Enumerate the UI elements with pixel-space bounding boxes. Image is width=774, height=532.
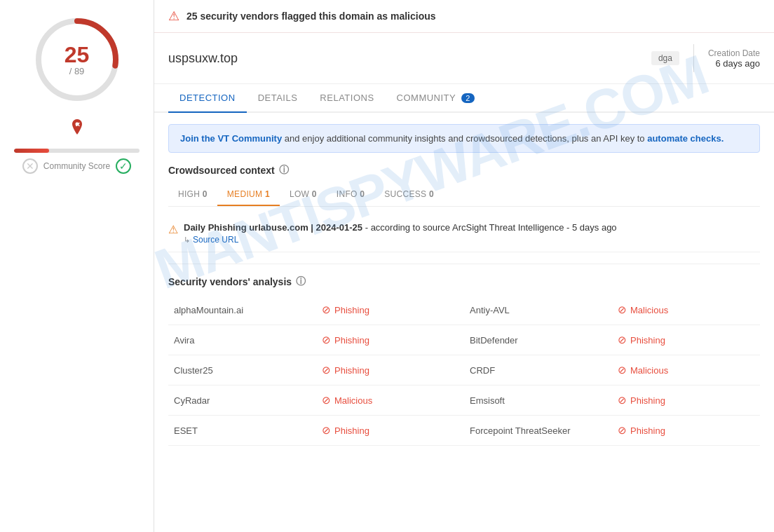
vendor-name-left-3: CyRadar [168,386,316,416]
verdict-icon-left-4: ⊘ Phishing [322,424,459,437]
sev-tab-info[interactable]: INFO 0 [327,184,374,206]
crowdsourced-info-icon[interactable]: ⓘ [279,164,289,177]
score-total: / 89 [64,66,90,76]
domain-name: uspsuxw.top [168,51,637,66]
severity-tabs: HIGH 0 MEDIUM 1 LOW 0 INFO 0 SUCCESS 0 [168,184,760,207]
creation-date-block: Creation Date 6 days ago [708,48,760,69]
vendor-row-4: ESET ⊘ Phishing Forcepoint ThreatSeeker … [168,416,760,446]
vendor-name-right-4: Forcepoint ThreatSeeker [464,416,612,446]
vt-banner-middle: and enjoy additional community insights … [282,133,647,144]
domain-divider [693,44,694,72]
verdict-icon-right-3: ⊘ Phishing [618,394,754,407]
section-divider [168,264,760,264]
tab-relations[interactable]: RELATIONS [308,84,385,113]
community-score-positive-icon: ✓ [116,158,131,174]
tab-detection[interactable]: DETECTION [168,84,247,113]
vendor-name-left-4: ESET [168,416,316,446]
verdict-left-4: ⊘ Phishing [316,416,464,446]
vendor-name-right-3: Emsisoft [464,386,612,416]
vendor-row-1: Avira ⊘ Phishing BitDefender ⊘ Phishing [168,325,760,355]
left-panel: 25 / 89 ✕ ✕ Community Score ✓ [0,0,154,532]
domain-info: uspsuxw.top dga Creation Date 6 days ago [154,33,774,84]
vt-community-banner: Join the VT Community and enjoy addition… [168,124,760,153]
verdict-icon-left-3: ⊘ Malicious [322,394,459,407]
sev-tab-high[interactable]: HIGH 0 [168,184,217,206]
alert-warn-icon: ⚠ [168,223,178,236]
community-score-label: Community Score [43,161,110,171]
verdict-right-4: ⊘ Phishing [612,416,760,446]
alert-sub-text: ↳ Source URL [184,235,617,245]
community-score-row: ✕ Community Score ✓ [22,158,131,174]
score-number: 25 [64,43,90,66]
verdict-left-0: ⊘ Phishing [316,295,464,325]
vendor-name-left-0: alphaMountain.ai [168,295,316,325]
vt-community-link[interactable]: Join the VT Community [180,133,282,144]
vendors-table: alphaMountain.ai ⊘ Phishing Antiy-AVL ⊘ … [168,295,760,446]
vendors-info-icon[interactable]: ⓘ [296,275,306,288]
crowdsourced-alert-entry: ⚠ Daily Phishing urlabuse.com | 2024-01-… [168,215,760,252]
vendor-name-right-1: BitDefender [464,325,612,355]
automate-checks-link[interactable]: automate checks. [647,133,724,144]
verdict-left-2: ⊘ Phishing [316,355,464,386]
score-text: 25 / 89 [64,43,90,76]
progress-bar-fill [14,149,49,153]
score-circle: 25 / 89 [32,14,123,105]
tab-details[interactable]: DETAILS [247,84,309,113]
sev-tab-medium[interactable]: MEDIUM 1 [217,184,280,206]
verdict-icon-right-1: ⊘ Phishing [618,334,754,346]
verdict-icon-left-1: ⊘ Phishing [322,334,459,346]
tabs-container: DETECTION DETAILS RELATIONS COMMUNITY 2 [154,84,774,113]
verdict-right-0: ⊘ Malicious [612,295,760,325]
tab-community-badge: 2 [461,93,475,103]
svg-text:✕: ✕ [75,121,81,128]
verdict-left-3: ⊘ Malicious [316,386,464,416]
domain-tag: dga [651,51,679,65]
verdict-icon-right-2: ⊘ Malicious [618,364,754,376]
verdict-right-1: ⊘ Phishing [612,325,760,355]
vendor-name-left-2: Cluster25 [168,355,316,386]
source-url-link[interactable]: Source URL [193,235,238,245]
alert-main-text: Daily Phishing urlabuse.com | 2024-01-25… [184,222,617,233]
vendor-row-2: Cluster25 ⊘ Phishing CRDF ⊘ Malicious [168,355,760,386]
alert-entry-content: Daily Phishing urlabuse.com | 2024-01-25… [184,222,617,245]
verdict-icon-left-0: ⊘ Phishing [322,303,459,316]
score-pin: ✕ [69,118,86,139]
crowdsourced-section-title: Crowdsourced context ⓘ [168,164,760,177]
verdict-right-3: ⊘ Phishing [612,386,760,416]
alert-banner: ⚠ 25 security vendors flagged this domai… [154,0,774,33]
progress-bar [14,149,140,153]
verdict-icon-right-0: ⊘ Malicious [618,303,754,316]
sev-tab-low[interactable]: LOW 0 [280,184,327,206]
verdict-icon-left-2: ⊘ Phishing [322,364,459,376]
vendor-name-right-0: Antiy-AVL [464,295,612,325]
verdict-left-1: ⊘ Phishing [316,325,464,355]
tab-community[interactable]: COMMUNITY 2 [386,84,486,113]
vendor-row-3: CyRadar ⊘ Malicious Emsisoft ⊘ Phishing [168,386,760,416]
vendor-row-0: alphaMountain.ai ⊘ Phishing Antiy-AVL ⊘ … [168,295,760,325]
vendor-name-right-2: CRDF [464,355,612,386]
right-panel: ⚠ 25 security vendors flagged this domai… [154,0,774,532]
content-area: Join the VT Community and enjoy addition… [154,113,774,532]
alert-text: 25 security vendors flagged this domain … [186,11,436,22]
pin-icon: ✕ [69,118,86,139]
verdict-icon-right-4: ⊘ Phishing [618,424,754,437]
arrow-icon: ↳ [184,236,190,245]
sev-tab-success[interactable]: SUCCESS 0 [374,184,444,206]
community-score-negative-icon: ✕ [22,158,38,174]
creation-date-value: 6 days ago [708,58,760,69]
vendor-name-left-1: Avira [168,325,316,355]
verdict-right-2: ⊘ Malicious [612,355,760,386]
alert-icon: ⚠ [168,8,179,24]
vendors-section-title: Security vendors' analysis ⓘ [168,275,760,288]
creation-date-label: Creation Date [708,48,760,58]
